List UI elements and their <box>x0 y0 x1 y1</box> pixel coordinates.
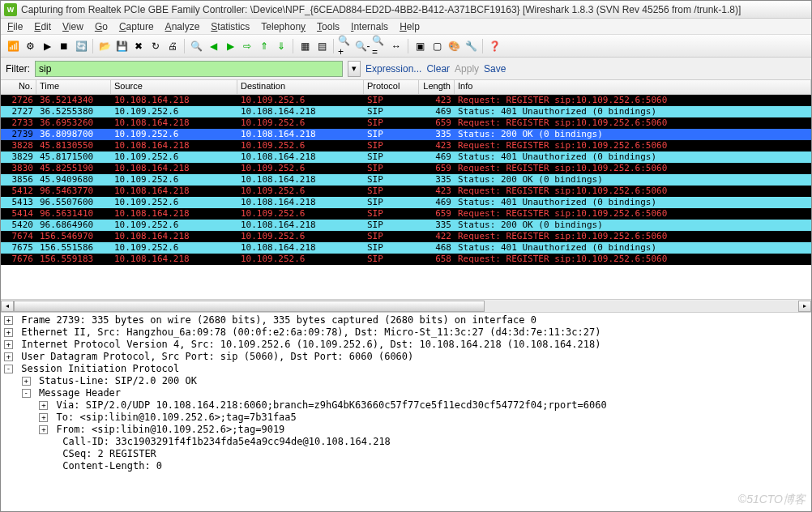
expand-icon[interactable]: + <box>4 340 13 349</box>
col-info[interactable]: Info <box>455 80 811 94</box>
next-icon[interactable]: ▶ <box>223 39 237 53</box>
zoom-reset-icon[interactable]: 🔍= <box>372 39 387 53</box>
goto-icon[interactable]: ⇨ <box>240 39 254 53</box>
expand-icon[interactable]: + <box>4 316 13 325</box>
expand-icon[interactable]: - <box>22 389 31 398</box>
packet-row[interactable]: 272736.525538010.109.252.610.108.164.218… <box>1 106 811 117</box>
detail-node[interactable]: CSeq: 2 REGISTER <box>4 448 808 460</box>
packet-row[interactable]: 7676156.55918310.108.164.21810.109.252.6… <box>1 254 811 265</box>
expand-icon[interactable]: + <box>39 413 48 422</box>
detail-node[interactable]: - Session Initiation Protocol <box>4 363 808 375</box>
packet-row[interactable]: 541296.546377010.108.164.21810.109.252.6… <box>1 186 811 197</box>
menu-capture[interactable]: Capture <box>119 21 154 32</box>
expand-icon[interactable]: + <box>39 425 48 434</box>
packet-row[interactable]: 273336.695326010.108.164.21810.109.252.6… <box>1 117 811 129</box>
prev-icon[interactable]: ◀ <box>206 39 220 53</box>
scroll-track[interactable] <box>14 301 798 312</box>
filter-bar: Filter: ▾ Expression... Clear Apply Save <box>1 58 811 80</box>
packet-row[interactable]: 382945.817150010.109.252.610.108.164.218… <box>1 151 811 163</box>
first-icon[interactable]: ⇑ <box>257 39 271 53</box>
menu-help[interactable]: Help <box>400 21 420 32</box>
packet-row[interactable]: 385645.940968010.109.252.610.108.164.218… <box>1 174 811 186</box>
menu-telephony[interactable]: Telephony <box>261 21 306 32</box>
save-icon[interactable]: 💾 <box>114 39 129 53</box>
detail-node[interactable]: Call-ID: 33c1903291f4f1b234fda5e4a9cc94d… <box>4 436 808 448</box>
menu-edit[interactable]: Edit <box>34 21 51 32</box>
detail-node[interactable]: + Via: SIP/2.0/UDP 10.108.164.218:6060;b… <box>4 399 808 412</box>
packet-row[interactable]: 273936.809870010.109.252.610.108.164.218… <box>1 129 811 140</box>
menu-tools[interactable]: Tools <box>317 21 340 32</box>
colorize-icon[interactable]: ▦ <box>297 39 312 53</box>
menu-internals[interactable]: Internals <box>351 21 388 32</box>
options-icon[interactable]: ⚙ <box>23 39 37 53</box>
menu-view[interactable]: View <box>62 21 83 32</box>
packet-row[interactable]: 541496.563141010.108.164.21810.109.252.6… <box>1 208 811 220</box>
save-link[interactable]: Save <box>484 63 506 75</box>
expand-icon[interactable]: - <box>4 365 13 373</box>
packet-row[interactable]: 7674156.54697010.108.164.21810.109.252.6… <box>1 231 811 242</box>
apply-link[interactable]: Apply <box>455 63 479 75</box>
scroll-left-icon[interactable]: ◂ <box>1 301 14 312</box>
start-icon[interactable]: ▶ <box>40 39 54 53</box>
prefs-icon[interactable]: 🔧 <box>464 39 478 53</box>
clear-link[interactable]: Clear <box>426 63 450 75</box>
packet-row[interactable]: 541396.550760010.109.252.610.108.164.218… <box>1 197 811 208</box>
detail-node[interactable]: + From: <sip:libin@10.109.252.6>;tag=901… <box>4 424 808 436</box>
reload-icon[interactable]: ↻ <box>148 39 163 53</box>
detail-node[interactable]: + Frame 2739: 335 bytes on wire (2680 bi… <box>4 314 808 326</box>
zoom-out-icon[interactable]: 🔍- <box>355 39 370 53</box>
detail-node[interactable]: + To: <sip:libin@10.109.252.6>;tag=7b31f… <box>4 412 808 424</box>
coloring-rules-icon[interactable]: 🎨 <box>447 39 461 53</box>
packet-row[interactable]: 383045.825519010.108.164.21810.109.252.6… <box>1 163 811 174</box>
capture-filters-icon[interactable]: ▣ <box>412 39 427 53</box>
last-icon[interactable]: ⇓ <box>274 39 288 53</box>
menu-statistics[interactable]: Statistics <box>211 21 250 32</box>
menu-go[interactable]: Go <box>95 21 108 32</box>
open-icon[interactable]: 📂 <box>97 39 112 53</box>
detail-node[interactable]: + Internet Protocol Version 4, Src: 10.1… <box>4 339 808 351</box>
col-time[interactable]: Time <box>36 80 111 94</box>
help-icon[interactable]: ❓ <box>487 39 502 53</box>
close-icon[interactable]: ✖ <box>131 39 146 53</box>
col-source[interactable]: Source <box>111 80 237 94</box>
packet-rows[interactable]: 272636.521434010.108.164.21810.109.252.6… <box>1 95 811 299</box>
stop-icon[interactable]: ⏹ <box>57 39 71 53</box>
detail-node[interactable]: - Message Header <box>4 387 808 399</box>
col-protocol[interactable]: Protocol <box>364 80 419 94</box>
display-filters-icon[interactable]: ▢ <box>430 39 444 53</box>
restart-icon[interactable]: 🔄 <box>74 39 88 53</box>
packet-row[interactable]: 7675156.55158610.109.252.610.108.164.218… <box>1 242 811 254</box>
detail-node[interactable]: + User Datagram Protocol, Src Port: sip … <box>4 351 808 363</box>
find-icon[interactable]: 🔍 <box>189 39 203 53</box>
expand-icon[interactable]: + <box>4 328 13 337</box>
detail-node[interactable]: Content-Length: 0 <box>4 460 808 472</box>
detail-node[interactable]: + Ethernet II, Src: Hangzhou_6a:09:78 (0… <box>4 326 808 339</box>
col-no[interactable]: No. <box>1 80 36 94</box>
resize-cols-icon[interactable]: ↔ <box>389 39 404 53</box>
packet-row[interactable]: 272636.521434010.108.164.21810.109.252.6… <box>1 95 811 106</box>
col-destination[interactable]: Destination <box>237 80 364 94</box>
separator <box>482 39 483 53</box>
filter-input[interactable] <box>35 61 343 77</box>
menu-file[interactable]: File <box>7 21 23 32</box>
interfaces-icon[interactable]: 📶 <box>6 39 20 53</box>
separator <box>184 39 185 53</box>
scroll-right-icon[interactable]: ▸ <box>798 301 811 312</box>
col-length[interactable]: Length <box>419 80 455 94</box>
packet-details[interactable]: + Frame 2739: 335 bytes on wire (2680 bi… <box>1 312 811 511</box>
zoom-in-icon[interactable]: 🔍+ <box>338 39 353 53</box>
detail-node[interactable]: + Status-Line: SIP/2.0 200 OK <box>4 375 808 387</box>
expand-icon[interactable]: + <box>22 377 31 386</box>
print-icon[interactable]: 🖨 <box>165 39 180 53</box>
expand-icon[interactable]: + <box>39 401 48 410</box>
menu-analyze[interactable]: Analyze <box>165 21 200 32</box>
packet-row[interactable]: 542096.686496010.109.252.610.108.164.218… <box>1 220 811 231</box>
autoscroll-icon[interactable]: ▤ <box>314 39 329 53</box>
scroll-thumb[interactable] <box>14 301 485 312</box>
packet-row[interactable]: 382845.813055010.108.164.21810.109.252.6… <box>1 140 811 151</box>
expression-link[interactable]: Expression... <box>365 63 421 75</box>
expand-icon[interactable]: + <box>4 352 13 361</box>
filter-dropdown-icon[interactable]: ▾ <box>348 61 361 77</box>
window-title: Capturing from Realtek PCIe GBE Family C… <box>21 4 808 15</box>
horizontal-scrollbar[interactable]: ◂ ▸ <box>1 299 811 312</box>
